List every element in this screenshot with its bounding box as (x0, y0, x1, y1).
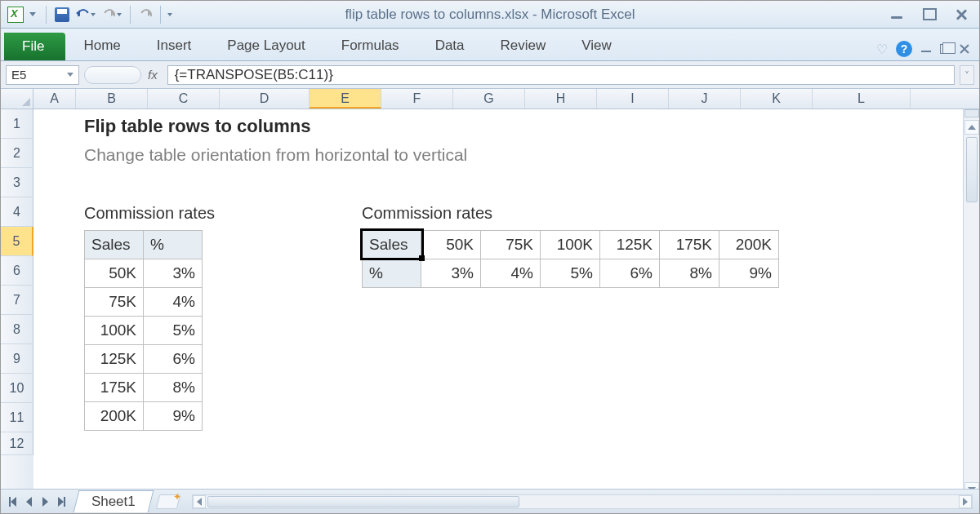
excel-app-icon[interactable] (7, 7, 24, 23)
col-header-A[interactable]: A (33, 89, 76, 109)
select-all-corner[interactable] (1, 89, 33, 109)
customize-qat-icon[interactable] (167, 13, 172, 16)
cell[interactable]: 9% (719, 259, 779, 288)
workbook-close-button[interactable] (960, 44, 969, 54)
row-header-8[interactable]: 8 (1, 315, 33, 344)
scroll-left-button[interactable] (193, 495, 206, 508)
sheet-tab[interactable]: Sheet1 (74, 490, 154, 512)
file-tab[interactable]: File (4, 33, 65, 60)
cell[interactable]: 175K (85, 374, 144, 402)
cell[interactable]: % (363, 259, 421, 288)
cell[interactable]: 75K (85, 288, 144, 317)
fx-label[interactable]: fx (148, 68, 158, 82)
tab-page-layout[interactable]: Page Layout (209, 31, 323, 60)
col-header-B[interactable]: B (76, 89, 148, 109)
cell[interactable]: 5% (541, 259, 600, 288)
cell[interactable]: 6% (144, 345, 203, 374)
cell[interactable]: 3% (421, 259, 481, 288)
next-sheet-button[interactable] (37, 494, 53, 510)
scroll-thumb[interactable] (966, 137, 978, 202)
cell[interactable]: 200K (85, 402, 144, 431)
window-maximize-button[interactable] (922, 8, 937, 21)
page-title: Flip table rows to columns (84, 116, 310, 137)
row-header-12[interactable]: 12 (1, 432, 33, 455)
help-icon[interactable]: ? (896, 41, 912, 57)
tab-view[interactable]: View (564, 31, 630, 60)
last-sheet-button[interactable] (53, 494, 69, 510)
tab-formulas[interactable]: Formulas (323, 31, 417, 60)
app-menu-dropdown-icon[interactable] (29, 12, 36, 16)
tab-insert[interactable]: Insert (139, 31, 210, 60)
ribbon: File Home Insert Page Layout Formulas Da… (1, 29, 979, 61)
name-box[interactable]: E5 (6, 65, 79, 85)
cell[interactable]: Sales (363, 231, 421, 259)
cell[interactable]: 50K (85, 259, 144, 288)
cell[interactable]: 6% (600, 259, 660, 288)
tab-review[interactable]: Review (483, 31, 564, 60)
window-close-button[interactable] (955, 8, 968, 21)
col-header-E[interactable]: E (310, 89, 381, 109)
cell[interactable]: 125K (600, 231, 660, 259)
horizontal-scrollbar[interactable] (192, 494, 973, 509)
bar-icon (64, 497, 65, 507)
heart-icon[interactable]: ♡ (876, 42, 888, 57)
row-header-10[interactable]: 10 (1, 374, 33, 403)
row-header-11[interactable]: 11 (1, 403, 33, 432)
cell[interactable]: 100K (541, 231, 600, 259)
tab-home[interactable]: Home (65, 31, 138, 60)
cell[interactable]: 100K (85, 317, 144, 345)
row-header-6[interactable]: 6 (1, 256, 33, 286)
cell[interactable]: 3% (144, 259, 203, 288)
row-header-2[interactable]: 2 (1, 139, 33, 168)
cell[interactable]: 9% (144, 402, 203, 431)
split-handle[interactable] (964, 109, 979, 117)
cell[interactable]: 5% (144, 317, 203, 345)
window-minimize-button[interactable] (889, 8, 904, 21)
col-header-G[interactable]: G (453, 89, 525, 109)
col-header-L[interactable]: L (813, 89, 911, 109)
col-header-C[interactable]: C (148, 89, 220, 109)
workbook-restore-button[interactable] (940, 44, 951, 54)
cell[interactable]: 8% (660, 259, 719, 288)
row-header-1[interactable]: 1 (1, 109, 33, 139)
scroll-up-button[interactable] (964, 120, 979, 135)
tab-data[interactable]: Data (417, 31, 483, 60)
col-header-F[interactable]: F (381, 89, 453, 109)
cell[interactable]: 125K (85, 345, 144, 374)
save-button[interactable] (52, 6, 72, 24)
row-header-5[interactable]: 5 (1, 227, 33, 256)
cell[interactable]: 4% (144, 288, 203, 317)
prev-sheet-button[interactable] (20, 494, 37, 510)
cell[interactable]: 8% (144, 374, 203, 402)
cell[interactable]: Sales (85, 231, 144, 259)
row-header-4[interactable]: 4 (1, 197, 33, 227)
cell[interactable]: 75K (481, 231, 541, 259)
scroll-thumb[interactable] (207, 496, 519, 507)
cell[interactable]: 4% (481, 259, 541, 288)
scroll-right-button[interactable] (959, 495, 972, 508)
vertical-scrollbar[interactable] (963, 109, 979, 498)
col-header-H[interactable]: H (525, 89, 597, 109)
cells-area[interactable]: Flip table rows to columns Change table … (33, 109, 979, 498)
chevron-down-icon (117, 13, 122, 16)
row-header-3[interactable]: 3 (1, 168, 33, 197)
col-header-K[interactable]: K (741, 89, 813, 109)
chevron-down-icon[interactable] (67, 73, 74, 77)
new-sheet-button[interactable] (156, 494, 180, 509)
workbook-minimize-button[interactable] (920, 44, 932, 54)
cell[interactable]: 200K (719, 231, 779, 259)
redo-button-disabled[interactable] (136, 7, 154, 22)
expand-formula-bar-button[interactable] (960, 65, 974, 85)
cell[interactable]: 50K (421, 231, 481, 259)
row-header-9[interactable]: 9 (1, 344, 33, 374)
formula-input[interactable]: {=TRANSPOSE(B5:C11)} (167, 65, 955, 85)
row-header-7[interactable]: 7 (1, 286, 33, 315)
col-header-I[interactable]: I (597, 89, 669, 109)
cell[interactable]: % (144, 231, 203, 259)
redo-button[interactable] (100, 7, 124, 22)
first-sheet-button[interactable] (4, 494, 20, 510)
col-header-J[interactable]: J (669, 89, 741, 109)
cell[interactable]: 175K (660, 231, 719, 259)
undo-button[interactable] (74, 7, 98, 22)
col-header-D[interactable]: D (220, 89, 310, 109)
